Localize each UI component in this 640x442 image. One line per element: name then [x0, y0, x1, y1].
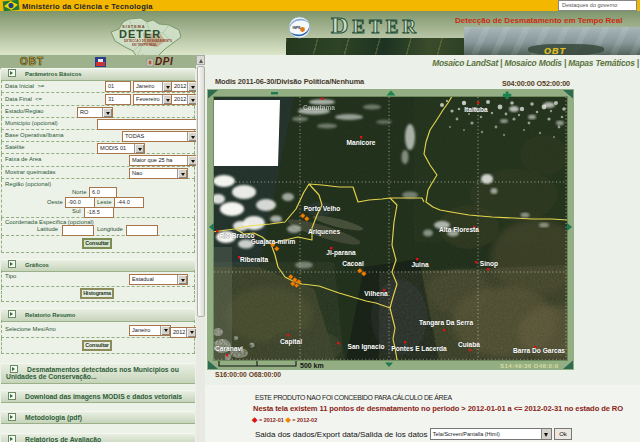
svg-text:INPE: INPE — [293, 26, 302, 30]
svg-text:500 km: 500 km — [300, 361, 324, 368]
